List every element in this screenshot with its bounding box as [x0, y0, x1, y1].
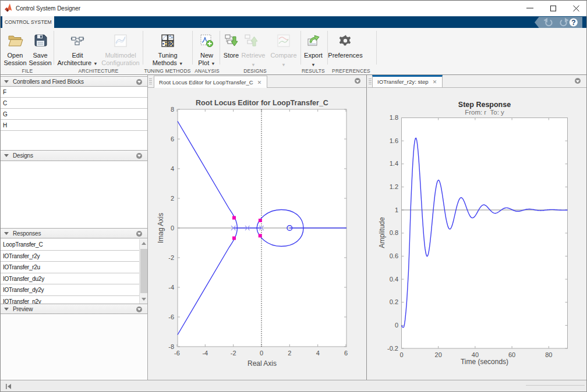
svg-text:6: 6 [171, 136, 174, 142]
svg-text:6: 6 [344, 350, 348, 357]
svg-text:1.8: 1.8 [390, 114, 398, 121]
svg-text:Step Response: Step Response [458, 101, 511, 109]
svg-text:1.6: 1.6 [390, 137, 398, 144]
svg-text:Imag Axis: Imag Axis [157, 213, 165, 243]
svg-text:60: 60 [508, 351, 515, 358]
svg-text:0: 0 [399, 351, 403, 358]
svg-text:0: 0 [395, 322, 398, 329]
svg-text:0.4: 0.4 [390, 276, 398, 283]
svg-text:20: 20 [435, 351, 442, 358]
svg-text:4: 4 [316, 350, 320, 357]
svg-text:Root Locus Editor for LoopTran: Root Locus Editor for LoopTransfer_C [196, 99, 328, 107]
svg-text:2: 2 [288, 350, 291, 357]
svg-text:Real Axis: Real Axis [247, 359, 277, 368]
svg-text:4: 4 [171, 165, 174, 172]
svg-text:-0.2: -0.2 [387, 345, 398, 352]
svg-text:8: 8 [171, 106, 174, 113]
svg-text:Amplitude: Amplitude [378, 217, 386, 248]
svg-text:-4: -4 [168, 284, 174, 291]
svg-text:1.4: 1.4 [390, 160, 398, 167]
svg-text:2: 2 [171, 195, 174, 202]
svg-text:0: 0 [260, 350, 263, 357]
svg-text:1: 1 [395, 206, 398, 213]
svg-text:-2: -2 [231, 350, 236, 357]
svg-text:0.6: 0.6 [390, 252, 398, 259]
svg-text:-6: -6 [174, 350, 180, 357]
svg-text:From: r To: y: From: r To: y [465, 109, 504, 116]
svg-text:?: ? [571, 19, 575, 27]
svg-text:80: 80 [545, 351, 552, 358]
svg-text:1.2: 1.2 [390, 183, 398, 190]
svg-text:-6: -6 [168, 313, 174, 320]
svg-text:-8: -8 [168, 343, 174, 350]
svg-text:-4: -4 [202, 350, 208, 357]
svg-text:-2: -2 [168, 254, 174, 261]
svg-text:0.8: 0.8 [390, 229, 398, 236]
svg-text:0.2: 0.2 [390, 298, 398, 305]
svg-text:0: 0 [171, 224, 174, 231]
svg-text:Time (seconds): Time (seconds) [461, 358, 508, 366]
